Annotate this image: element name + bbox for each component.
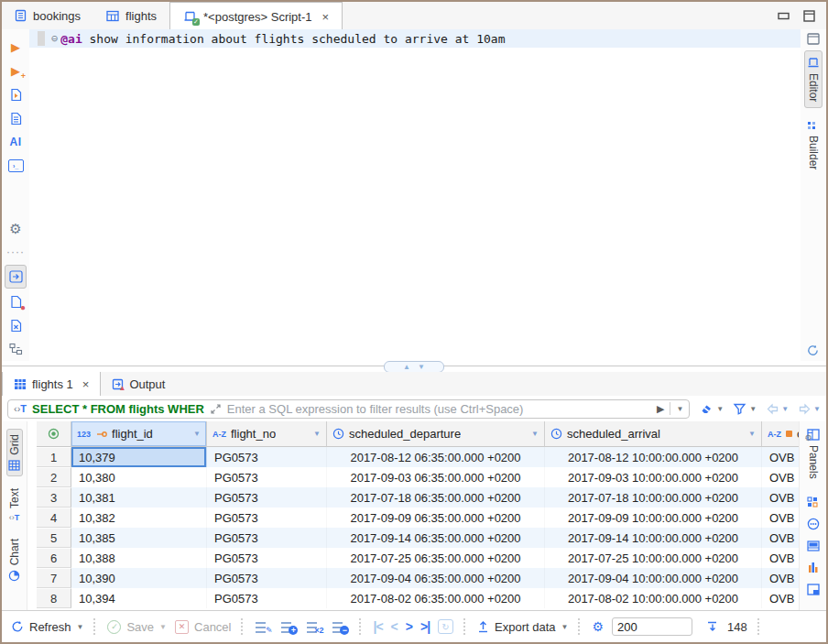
tab-script-1[interactable]: ✓ *<postgres> Script-1 × <box>169 2 343 30</box>
grid-cell-c[interactable]: OVB <box>762 508 799 528</box>
file-error-icon[interactable]: ● <box>5 290 26 312</box>
grid-cell-scheduled_arrival[interactable]: 2017-08-12 10:00:00.000 +0200 <box>545 447 762 467</box>
grid-settings-icon[interactable]: ⚙ <box>592 619 604 634</box>
ai-assistant-icon[interactable]: AI <box>5 131 26 153</box>
grid-cell-scheduled_arrival[interactable]: 2017-09-14 10:00:00.000 +0200 <box>545 528 762 548</box>
grid-cell-flight_no[interactable]: PG0573 <box>207 568 327 588</box>
run-icon[interactable]: ▶ <box>5 36 26 58</box>
expand-filter-icon[interactable] <box>210 403 222 415</box>
save-button[interactable]: ✓ Save ▼ <box>107 620 167 634</box>
grid-cell-flight_no[interactable]: PG0573 <box>207 508 327 528</box>
filter-icon[interactable]: ▼ <box>733 402 757 415</box>
back-arrow-icon[interactable]: ▼ <box>766 403 789 415</box>
row-number[interactable]: 3 <box>37 487 71 508</box>
save-chevron-icon[interactable]: ▼ <box>159 623 167 631</box>
layout-icon[interactable] <box>807 33 820 45</box>
terminal-icon[interactable]: ›_ <box>5 155 26 177</box>
sync-icon[interactable] <box>806 344 820 357</box>
grid-cell-scheduled_arrival[interactable]: 2017-09-09 10:00:00.000 +0200 <box>545 508 762 528</box>
column-sort-chevron-icon[interactable]: ▼ <box>531 430 539 438</box>
grid-cell-flight_id[interactable]: 10,390 <box>71 568 207 588</box>
grid-cell-scheduled_arrival[interactable]: 2017-09-03 10:00:00.000 +0200 <box>545 467 762 487</box>
grid-cell-flight_no[interactable]: PG0573 <box>207 528 327 548</box>
previous-page-icon[interactable]: < <box>391 619 398 634</box>
clear-filter-icon[interactable]: ▼ <box>699 402 724 415</box>
add-row-icon[interactable]: + <box>280 619 298 634</box>
run-script-icon[interactable] <box>5 83 26 105</box>
next-page-icon[interactable]: > <box>406 619 412 634</box>
cells-preview-icon[interactable] <box>807 540 820 551</box>
grid-cell-flight_id[interactable]: 10,381 <box>71 487 207 508</box>
grid-cell-scheduled_departure[interactable]: 2017-09-09 06:35:00.000 +0200 <box>327 508 545 528</box>
column-header-scheduled_arrival[interactable]: scheduled_arrival▼ <box>545 421 762 447</box>
grid-cell-flight_no[interactable]: PG0573 <box>207 487 327 508</box>
column-sort-chevron-icon[interactable]: ▼ <box>313 430 321 438</box>
last-page-icon[interactable]: >| <box>420 619 430 634</box>
export-chevron-icon[interactable]: ▼ <box>561 623 569 631</box>
minimize-icon[interactable] <box>778 12 790 20</box>
row-number[interactable]: 7 <box>37 568 71 588</box>
tab-panels[interactable]: ⚙ Panels <box>806 425 821 483</box>
jump-to-console-icon[interactable] <box>5 265 27 289</box>
column-header-c[interactable]: A-Zc▼ <box>762 421 799 447</box>
editor-line-1[interactable]: ⊖ @ai show information about flights sch… <box>29 29 801 48</box>
editor-results-splitter[interactable]: ▲ ▼ <box>2 361 826 372</box>
tab-bookings[interactable]: bookings <box>2 2 93 29</box>
grid-cell-c[interactable]: OVB <box>762 467 799 487</box>
grid-cell-scheduled_departure[interactable]: 2017-08-12 06:35:00.000 +0200 <box>327 447 545 467</box>
grid-cell-flight_no[interactable]: PG0573 <box>207 588 327 608</box>
no-extension-icon[interactable] <box>5 314 26 336</box>
page-size-input[interactable] <box>612 617 692 636</box>
extractor-blocks-icon[interactable] <box>807 497 819 508</box>
script-preview-icon[interactable] <box>5 107 26 129</box>
grid-cell-scheduled_departure[interactable]: 2017-08-02 06:35:00.000 +0200 <box>327 588 545 608</box>
grid-cell-c[interactable]: OVB <box>762 528 799 548</box>
reload-page-icon[interactable]: ↻ <box>438 619 453 634</box>
column-header-flight_no[interactable]: A-Zflight_no▼ <box>207 421 327 447</box>
grid-cell-c[interactable]: OVB <box>762 548 799 568</box>
forward-arrow-icon[interactable]: ▼ <box>798 403 821 415</box>
close-tab-icon[interactable]: × <box>82 377 90 391</box>
column-header-scheduled_departure[interactable]: scheduled_departure▼ <box>327 421 545 447</box>
grid-cell-flight_id[interactable]: 10,379 <box>71 447 207 467</box>
refresh-chevron-icon[interactable]: ▼ <box>77 623 84 631</box>
row-number[interactable]: 4 <box>37 508 71 528</box>
grid-cell-scheduled_departure[interactable]: 2017-09-03 06:35:00.000 +0200 <box>327 467 545 487</box>
row-number[interactable]: 6 <box>37 548 71 568</box>
grid-cell-scheduled_departure[interactable]: 2017-09-14 06:35:00.000 +0200 <box>327 528 545 548</box>
grid-cell-flight_id[interactable]: 10,388 <box>71 548 207 568</box>
grid-cell-scheduled_departure[interactable]: 2017-09-04 06:35:00.000 +0200 <box>327 568 545 588</box>
maximize-icon[interactable] <box>803 10 815 22</box>
run-with-options-icon[interactable]: ▶+ <box>5 60 26 82</box>
grid-cell-flight_id[interactable]: 10,394 <box>71 588 207 608</box>
first-page-icon[interactable]: |< <box>373 619 382 634</box>
grid-cell-scheduled_departure[interactable]: 2017-07-18 06:35:00.000 +0200 <box>327 487 545 508</box>
tab-chart-view[interactable]: Chart <box>7 534 22 586</box>
grid-cell-flight_no[interactable]: PG0573 <box>207 467 327 487</box>
grid-cell-flight_no[interactable]: PG0573 <box>207 548 327 568</box>
column-header-flight_id[interactable]: 123flight_id▼ <box>71 421 207 447</box>
tab-flights-1[interactable]: flights 1 × <box>2 372 101 397</box>
circle-dots-icon[interactable] <box>807 518 820 530</box>
cancel-button[interactable]: ✕ Cancel <box>175 620 231 634</box>
refresh-button[interactable]: Refresh ▼ <box>11 620 83 634</box>
tab-output[interactable]: ▲ Output <box>101 372 176 396</box>
pivot-table-icon[interactable] <box>807 562 819 573</box>
export-data-button[interactable]: Export data ▼ <box>477 620 568 634</box>
more-options-icon[interactable]: ···· <box>5 241 26 263</box>
grid-cell-c[interactable]: OVB <box>762 568 799 588</box>
floating-window-icon[interactable] <box>807 584 820 595</box>
grid-cell-c[interactable]: OVB <box>762 487 799 508</box>
select-all-corner[interactable] <box>37 421 71 447</box>
filter-history-chevron-icon[interactable]: ▼ <box>676 405 683 413</box>
delete-row-icon[interactable]: − <box>332 619 349 634</box>
close-tab-icon[interactable]: × <box>322 10 330 24</box>
tab-flights[interactable]: flights <box>93 2 169 29</box>
grid-cell-scheduled_arrival[interactable]: 2017-07-18 10:00:00.000 +0200 <box>545 487 762 508</box>
grid-cell-flight_id[interactable]: 10,385 <box>71 528 207 548</box>
tab-builder[interactable]: Builder <box>805 115 822 175</box>
row-number[interactable]: 2 <box>37 467 71 487</box>
filter-input[interactable]: ‹›T SELECT * FROM flights WHER Enter a S… <box>7 399 690 419</box>
grid-cell-c[interactable]: OVB <box>762 447 799 467</box>
grid-cell-flight_no[interactable]: PG0573 <box>207 447 327 467</box>
